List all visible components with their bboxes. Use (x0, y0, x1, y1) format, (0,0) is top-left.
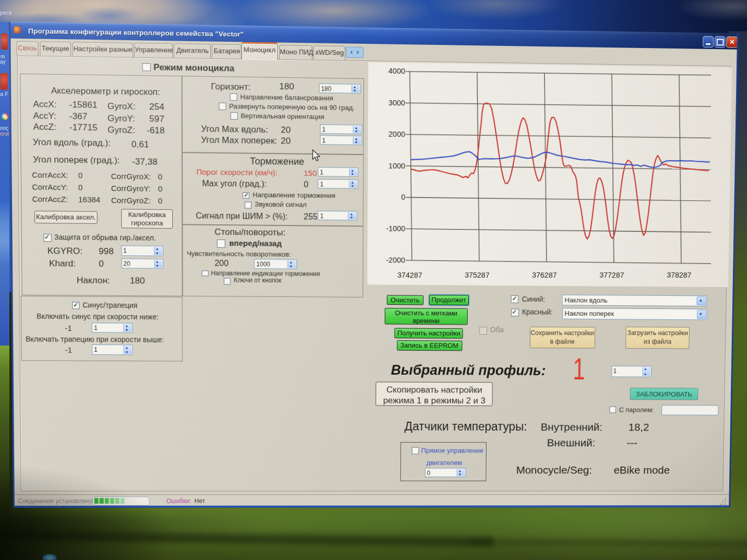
svg-text:0: 0 (401, 193, 405, 201)
svg-text:378287: 378287 (667, 271, 691, 279)
svg-text:375287: 375287 (465, 271, 490, 279)
svg-text:-2000: -2000 (386, 256, 406, 265)
svg-text:377287: 377287 (599, 271, 624, 279)
svg-text:2000: 2000 (388, 130, 405, 138)
svg-text:3000: 3000 (388, 99, 405, 107)
svg-text:-1000: -1000 (386, 224, 406, 233)
svg-text:4000: 4000 (388, 67, 405, 76)
svg-text:374287: 374287 (397, 271, 422, 279)
svg-text:376287: 376287 (532, 271, 557, 279)
svg-text:1000: 1000 (388, 162, 405, 170)
